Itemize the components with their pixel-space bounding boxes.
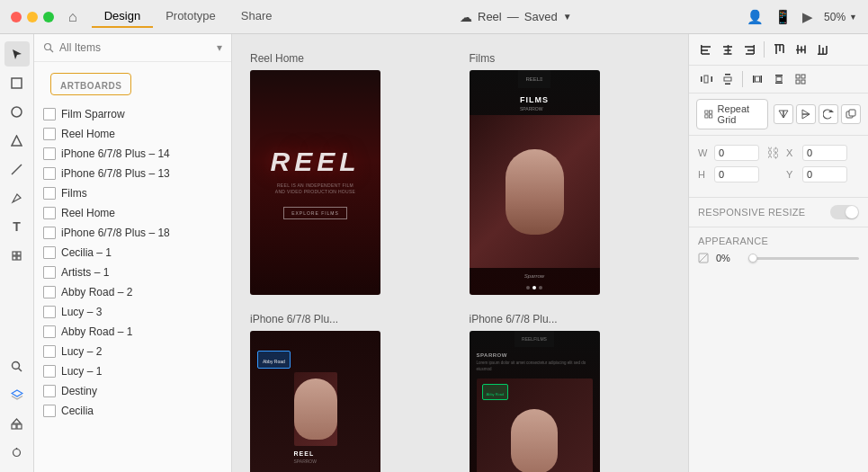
list-item[interactable]: iPhone 6/7/8 Plus – 13 (34, 164, 231, 183)
zoom-control[interactable]: 50% ▼ (824, 11, 857, 23)
list-item[interactable]: Reel Home (34, 203, 231, 223)
flip-v-btn[interactable] (796, 104, 816, 124)
list-item[interactable]: Films (34, 183, 231, 203)
mask-btn[interactable] (841, 104, 861, 124)
link-icon[interactable]: ⛓ (766, 146, 779, 160)
svg-rect-36 (796, 49, 805, 51)
x-label: X (786, 147, 799, 158)
repeat-grid-button[interactable]: Repeat Grid (696, 99, 768, 129)
close-button[interactable] (11, 12, 22, 22)
rectangle-tool[interactable] (4, 70, 30, 95)
svg-rect-24 (728, 45, 729, 54)
user-icon[interactable]: 👤 (747, 9, 764, 25)
iphone13-statusbar: REEL FILMS (515, 331, 554, 347)
tab-share[interactable]: Share (228, 5, 285, 28)
x-input[interactable] (802, 145, 847, 161)
align-middle-btn[interactable] (791, 40, 810, 59)
distribute-h-btn[interactable] (696, 69, 716, 89)
explore-btn[interactable]: EXPLORE FILMS (283, 207, 347, 219)
minimize-button[interactable] (27, 12, 38, 22)
select-tool[interactable] (4, 41, 30, 67)
text-tool[interactable]: T (4, 214, 30, 239)
artboard-iphone14[interactable]: Abby Road REEL SPARROW EXPLORE FILMS (250, 331, 380, 472)
list-item[interactable]: Cecilia (34, 401, 231, 421)
svg-rect-57 (705, 111, 708, 113)
canvas[interactable]: Reel Home REEL REEL IS AN INDEPENDENT FI… (232, 34, 688, 472)
svg-rect-31 (783, 45, 784, 53)
item-label: Films (61, 187, 87, 200)
list-item[interactable]: Lucy – 2 (34, 342, 231, 361)
artboards-label: ARTBOARDS (50, 73, 131, 95)
distribute-v-btn[interactable] (718, 69, 738, 89)
fullscreen-button[interactable] (43, 12, 54, 22)
svg-rect-41 (701, 76, 702, 82)
chevron-down-icon[interactable]: ▼ (563, 12, 572, 22)
artboard-icon (43, 266, 56, 279)
triangle-tool[interactable] (4, 128, 30, 153)
tidy-btn[interactable] (791, 69, 810, 89)
list-item[interactable]: iPhone 6/7/8 Plus – 14 (34, 144, 231, 164)
iphone13-selection-badge: Abby Road (482, 384, 509, 400)
flip-h-btn[interactable] (774, 104, 793, 124)
line-tool[interactable] (4, 156, 30, 182)
svg-marker-61 (779, 111, 783, 118)
layers-tool[interactable] (4, 382, 30, 407)
align-right-btn[interactable] (739, 40, 759, 59)
reel-logo: REEL (270, 147, 360, 177)
list-item[interactable]: Cecilia – 1 (34, 243, 231, 263)
list-item[interactable]: Lucy – 3 (34, 302, 231, 322)
svg-rect-10 (12, 424, 16, 429)
tab-prototype[interactable]: Prototype (153, 5, 228, 28)
list-item[interactable]: iPhone 6/7/8 Plus – 18 (34, 223, 231, 243)
device-icon[interactable]: 📱 (774, 9, 792, 25)
align-center-btn[interactable] (718, 40, 738, 59)
list-item[interactable]: Lucy – 1 (34, 361, 231, 381)
artboard-iphone13[interactable]: REEL FILMS SPARROW Lorem ipsum dolor sit… (470, 331, 600, 472)
item-label: Lucy – 2 (61, 345, 102, 358)
svg-rect-56 (801, 80, 805, 84)
plugins-tool[interactable] (4, 440, 30, 465)
search-tool[interactable] (4, 353, 30, 378)
list-item[interactable]: Film Sparrow (34, 104, 231, 124)
height-input[interactable] (714, 166, 759, 183)
assets-tool[interactable] (4, 411, 30, 436)
pad-v-btn[interactable] (769, 69, 789, 89)
rotate-btn[interactable] (819, 104, 838, 124)
dot (539, 286, 542, 289)
pen-tool[interactable] (4, 185, 30, 210)
responsive-resize-toggle[interactable] (830, 205, 859, 219)
list-item[interactable]: Destiny (34, 381, 231, 401)
pad-h-btn[interactable] (747, 69, 767, 89)
canvas-item-iphone14: iPhone 6/7/8 Plu... Abby Road REEL SPARR… (250, 313, 452, 472)
list-item[interactable]: Abby Road – 1 (34, 322, 231, 342)
align-bottom-btn[interactable] (812, 40, 832, 59)
tab-design[interactable]: Design (92, 5, 153, 28)
y-input[interactable] (802, 166, 847, 183)
artboard-reel-home[interactable]: REEL REEL IS AN INDEPENDENT FILMAND VIDE… (250, 70, 380, 295)
play-icon[interactable]: ▶ (802, 9, 813, 25)
title-center: ☁ Reel — Saved ▼ (292, 10, 740, 24)
opacity-slider[interactable] (748, 257, 859, 260)
home-icon[interactable]: ⌂ (68, 9, 77, 25)
iphone14-portrait (294, 372, 337, 446)
artboard-films[interactable]: REEL ≡ FILMS SPARROW Sparrow (470, 70, 600, 295)
search-input[interactable] (59, 41, 211, 54)
iphone14-selection-label: Abby Road (263, 359, 285, 364)
component-tool[interactable] (4, 243, 30, 268)
search-chevron-icon[interactable]: ▾ (217, 41, 222, 54)
list-item[interactable]: Reel Home (34, 124, 231, 144)
align-left-btn[interactable] (696, 40, 716, 59)
svg-rect-39 (826, 46, 828, 54)
list-item[interactable]: Artists – 1 (34, 263, 231, 282)
films-status-bar: REEL (525, 76, 540, 82)
list-item[interactable]: Abby Road – 2 (34, 282, 231, 302)
repeat-grid-icon (704, 109, 713, 120)
svg-rect-45 (725, 84, 730, 85)
width-input[interactable] (714, 145, 759, 161)
nav-tabs: Design Prototype Share (92, 5, 285, 28)
artboard-icon (43, 325, 56, 338)
ellipse-tool[interactable] (4, 99, 30, 124)
svg-rect-50 (775, 75, 783, 76)
align-top-btn[interactable] (769, 40, 789, 59)
dot (526, 286, 530, 289)
